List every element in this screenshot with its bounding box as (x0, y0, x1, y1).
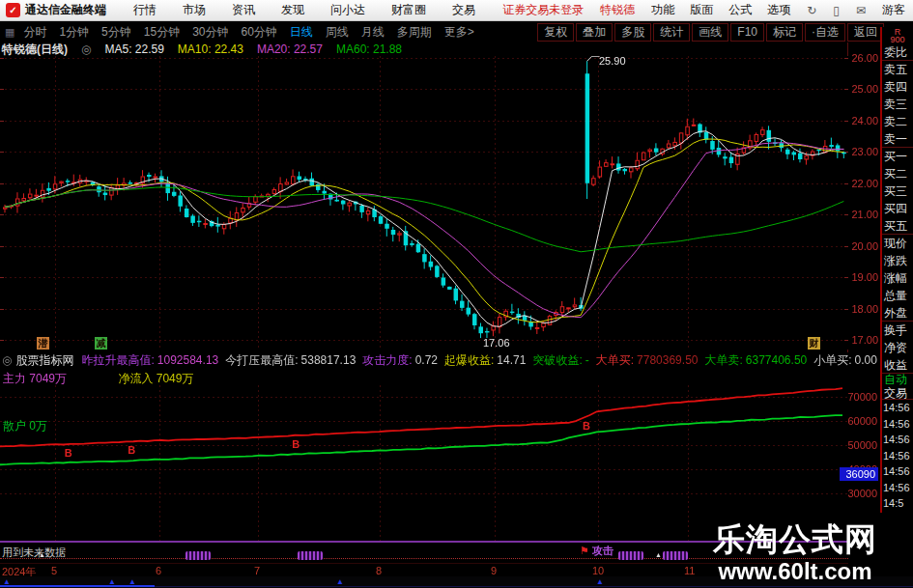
scroll-tick-icon: ▲ (596, 577, 604, 586)
toolbar-button-画线[interactable]: 画线 (692, 23, 728, 42)
toolbar-button-叠加[interactable]: 叠加 (576, 23, 613, 42)
flow-tick: 70000 (815, 391, 877, 403)
phone-icon[interactable]: ▯ (833, 4, 840, 17)
window-icon[interactable]: ▦ (5, 26, 14, 39)
sidebar-row-收益[interactable]: 收益 (882, 356, 913, 374)
indicator-name[interactable]: 股票指标网 (15, 354, 73, 367)
sidebar-row-买四[interactable]: 买四 (882, 200, 913, 217)
indicator-header: ◎ 股票指标网 昨拉升最高值:1092584.13今打压最高值:538817.1… (2, 354, 913, 367)
sidebar-row-买二[interactable]: 买二 (882, 165, 913, 182)
price-tick: 17.00 (846, 334, 878, 346)
menu-item-发现[interactable]: 发现 (281, 2, 304, 18)
watermark-url: www.60lt.com (679, 558, 911, 584)
menu-item-财富圈[interactable]: 财富圈 (391, 2, 426, 18)
main-chart-pane[interactable]: 特锐德(日线) ◎ MA5: 22.59 MA10: 22.43 MA20: 2… (0, 42, 848, 352)
menu-item-交易[interactable]: 交易 (452, 2, 475, 18)
sidebar-row-买五[interactable]: 买五 (882, 217, 913, 235)
field-value: 7780369.50 (637, 353, 698, 367)
period-tab-15分钟[interactable]: 15分钟 (144, 24, 180, 41)
scroll-tick-icon: ▲ (128, 577, 136, 586)
retail-value: 散户 0万 (3, 418, 47, 434)
indicator-field: 起爆收益:14.71 (444, 354, 526, 367)
sidebar-row-买一[interactable]: 买一 (882, 148, 913, 165)
price-tick: 25.00 (846, 83, 878, 95)
period-tab-周线[interactable]: 周线 (326, 24, 349, 41)
right-menu-版面[interactable]: 版面 (690, 2, 713, 18)
buy-marker: B (292, 439, 300, 449)
sidebar-trade-tab[interactable]: 交易 (882, 386, 913, 400)
price-tick: 18.00 (846, 303, 878, 315)
sidebar-row-卖四[interactable]: 卖四 (882, 78, 913, 96)
field-value: 538817.13 (301, 353, 357, 367)
sidebar-row-现价[interactable]: 现价 (882, 235, 913, 252)
app-title: 通达信金融终端 (25, 2, 106, 18)
sidebar-row-买三[interactable]: 买三 (882, 182, 913, 200)
sidebar-time: 14:56 (882, 448, 913, 464)
period-tab-日线[interactable]: 日线 (290, 24, 313, 41)
field-value: 1092584.13 (157, 353, 218, 367)
sidebar-row-总量[interactable]: 总量 (882, 287, 913, 304)
menu-item-问小达[interactable]: 问小达 (330, 2, 365, 18)
flow-value-badge: 36090 (840, 467, 878, 481)
right-menu-功能[interactable]: 功能 (651, 2, 674, 18)
period-tab-分时[interactable]: 分时 (23, 24, 46, 41)
period-tab-更多>[interactable]: 更多> (444, 24, 474, 41)
toolbar-button-复权[interactable]: 复权 (537, 23, 574, 42)
flow-tick: 50000 (815, 439, 877, 451)
refresh-icon[interactable]: ↻ (807, 4, 816, 17)
field-label: 今打压最高值: (225, 353, 298, 367)
mail-icon[interactable]: ✉ (856, 4, 866, 17)
period-tab-多周期[interactable]: 多周期 (397, 24, 432, 41)
toolbar-button-F10[interactable]: F10 (730, 23, 764, 42)
period-tab-1分钟[interactable]: 1分钟 (59, 24, 89, 41)
signal-scribble (618, 551, 643, 560)
sidebar-row-净资[interactable]: 净资 (882, 339, 913, 356)
attack-signal: ⚑ 攻击 (580, 544, 613, 558)
event-badge-财: 财 (808, 337, 820, 350)
sidebar-row-外盘[interactable]: 外盘 (882, 304, 913, 322)
sidebar-row-卖一[interactable]: 卖一 (882, 130, 913, 148)
sidebar-auto-tab[interactable]: 自动 (882, 374, 913, 386)
right-menu-公式[interactable]: 公式 (728, 2, 752, 18)
sidebar-row-委比[interactable]: 委比 (882, 43, 913, 61)
period-tab-60分钟[interactable]: 60分钟 (242, 24, 277, 41)
toolbar-button-标记[interactable]: 标记 (766, 23, 803, 42)
period-tab-5分钟[interactable]: 5分钟 (101, 24, 131, 41)
toolbar-button-多股[interactable]: 多股 (614, 23, 651, 42)
net-inflow-value: 净流入 7049万 (118, 372, 193, 385)
period-tab-月线[interactable]: 月线 (361, 24, 385, 41)
sidebar-row-卖二[interactable]: 卖二 (882, 113, 913, 130)
signal-scribble (298, 551, 323, 560)
right-menu: 功能版面公式选项 (651, 2, 790, 18)
event-badge-减: 减 (95, 337, 107, 350)
price-tick: 23.00 (846, 146, 878, 157)
quote-sidebar[interactable]: R 900 委比卖五卖四卖三卖二卖一买一买二买三买四买五现价涨跌涨幅总量外盘换手… (880, 27, 913, 513)
ma60-label: MA60: 21.88 (336, 42, 402, 56)
sidebar-row-换手[interactable]: 换手 (882, 322, 913, 339)
sidebar-row-涨跌[interactable]: 涨跌 (882, 252, 913, 269)
field-value: 6377406.50 (746, 353, 807, 367)
right-menu-选项[interactable]: 选项 (767, 2, 790, 18)
sidebar-row-涨幅[interactable]: 涨幅 (882, 269, 913, 287)
sidebar-row-卖五[interactable]: 卖五 (882, 61, 913, 78)
candlestick-canvas[interactable] (0, 56, 848, 350)
toolbar-button-统计[interactable]: 统计 (653, 23, 690, 42)
menu-item-行情[interactable]: 行情 (133, 2, 157, 18)
watermark: 乐淘公式网 www.60lt.com (679, 521, 911, 584)
menu-item-市场[interactable]: 市场 (183, 2, 206, 18)
field-label: 起爆收益: (444, 353, 494, 367)
sidebar-row-卖三[interactable]: 卖三 (882, 96, 913, 113)
indicator-field: 大单卖:6377406.50 (704, 354, 807, 367)
scroll-tick-icon: ▲ (108, 577, 116, 586)
scroll-tick-icon: ▲ (3, 577, 11, 586)
login-status[interactable]: 证券交易未登录 (502, 2, 584, 18)
menu-item-资讯[interactable]: 资讯 (232, 2, 255, 18)
toolbar-button-·自选[interactable]: ·自选 (805, 23, 845, 42)
period-tab-30分钟[interactable]: 30分钟 (192, 24, 228, 41)
flow-tick: 60000 (815, 415, 877, 427)
toolbar-button-返回[interactable]: 返回 (847, 23, 884, 42)
user-label[interactable]: 游客 (882, 2, 905, 18)
current-stock-name[interactable]: 特锐德 (600, 2, 635, 18)
indicator-pane[interactable]: ◎ 股票指标网 昨拉升最高值:1092584.13今打压最高值:538817.1… (0, 352, 848, 541)
buy-marker: B (583, 421, 590, 431)
